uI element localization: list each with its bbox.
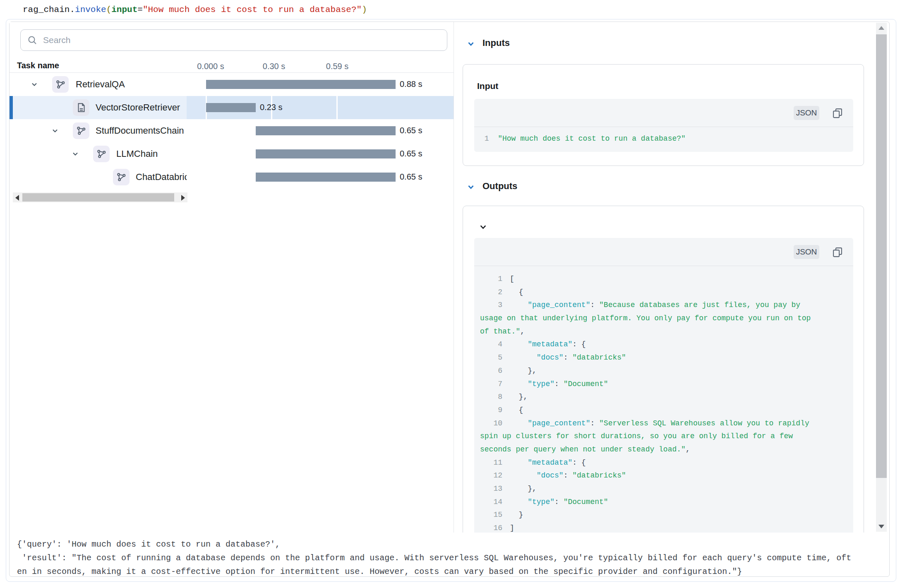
json-line: 4 "metadata": { <box>480 338 847 351</box>
json-line: 7 "type": "Document" <box>480 378 847 391</box>
duration-bar[interactable] <box>256 126 396 135</box>
code-cell-line: rag_chain.invoke(input="How much does it… <box>23 5 367 14</box>
json-line: 16] <box>480 522 847 533</box>
output-collapse-chevron-icon[interactable] <box>480 223 487 230</box>
search-icon <box>27 35 37 45</box>
duration-label: 0.23 s <box>260 103 282 112</box>
duration-bar[interactable] <box>206 103 256 112</box>
scroll-down-arrow-icon[interactable] <box>878 525 884 528</box>
line-number: 1 <box>480 134 489 143</box>
json-line: 3 "page_content": "Because databases are… <box>480 299 847 312</box>
chevron-down-icon[interactable] <box>52 127 58 134</box>
input-json-value: "How much does it cost to run a database… <box>498 134 686 143</box>
copy-icon[interactable] <box>832 107 843 119</box>
duration-bar[interactable] <box>256 173 396 182</box>
result-output-text: {'query': 'How much does it cost to run … <box>17 538 851 578</box>
task-row-chatdatabricks[interactable]: ChatDatabricks 0.65 s <box>10 166 454 189</box>
output-json-lines: 1[2 {3 "page_content": "Because database… <box>480 273 847 533</box>
document-icon <box>73 99 89 116</box>
trace-scroll-area: Task name 0.000 s 0.30 s 0.59 s <box>10 22 889 533</box>
task-label: VectorStoreRetriever <box>96 102 180 113</box>
task-tree-panel: Task name 0.000 s 0.30 s 0.59 s <box>10 22 454 533</box>
task-label: StuffDocumentsChain <box>96 125 184 136</box>
json-line: 8 }, <box>480 391 847 404</box>
json-block-header: JSON <box>474 238 853 266</box>
json-line: spin up clusters for short durations, so… <box>480 430 847 443</box>
json-line: usage on that underlying platform. You o… <box>480 312 847 325</box>
vertical-scrollbar-thumb[interactable] <box>876 34 887 478</box>
input-card: Input JSON 1"How much does it cost to ru… <box>463 64 864 166</box>
json-line: of that.", <box>480 325 847 338</box>
trace-widget: Task name 0.000 s 0.30 s 0.59 s <box>9 22 890 577</box>
inputs-section-title: Inputs <box>482 38 510 48</box>
horizontal-scrollbar[interactable] <box>13 192 187 202</box>
json-format-button[interactable]: JSON <box>794 245 819 259</box>
task-label: RetrievalQA <box>76 79 125 90</box>
input-json-block: JSON 1"How much does it cost to run a da… <box>474 99 853 152</box>
scroll-up-arrow-icon[interactable] <box>878 26 884 30</box>
search-box[interactable] <box>20 29 447 51</box>
task-row-vectorstoreretriever[interactable]: VectorStoreRetriever 0.23 s <box>10 96 454 119</box>
duration-label: 0.88 s <box>400 79 422 89</box>
json-block-header: JSON <box>474 99 853 127</box>
duration-label: 0.65 s <box>400 172 422 182</box>
chain-icon <box>93 146 110 162</box>
duration-bar[interactable] <box>206 80 396 89</box>
time-tick-0: 0.000 s <box>197 62 224 71</box>
chevron-down-icon[interactable] <box>31 81 38 88</box>
time-tick-2: 0.59 s <box>326 62 348 71</box>
duration-bar[interactable] <box>256 149 396 158</box>
chain-icon <box>113 169 130 185</box>
json-line: 5 "docs": "databricks" <box>480 351 847 365</box>
scroll-right-arrow-icon[interactable] <box>181 195 185 201</box>
input-json-line: 1"How much does it cost to run a databas… <box>480 134 686 143</box>
chain-icon <box>73 122 89 139</box>
horizontal-scrollbar-thumb[interactable] <box>22 193 174 202</box>
json-line: 10 "page_content": "Serverless SQL Wareh… <box>480 417 847 430</box>
outputs-section-title: Outputs <box>482 181 517 192</box>
task-row-stuffdocumentschain[interactable]: StuffDocumentsChain 0.65 s <box>10 119 454 142</box>
json-line: 1[ <box>480 273 847 286</box>
chevron-down-icon[interactable] <box>72 151 79 157</box>
json-line: 2 { <box>480 286 847 299</box>
json-line: 9 { <box>480 404 847 417</box>
json-line: seconds per query when not under steady … <box>480 443 847 456</box>
duration-label: 0.65 s <box>400 126 422 135</box>
json-line: 15 } <box>480 509 847 522</box>
output-card: JSON 1[2 {3 "page_content": "Because dat… <box>463 206 864 533</box>
inputs-chevron-down-icon[interactable] <box>467 40 475 48</box>
json-format-button[interactable]: JSON <box>794 106 819 120</box>
output-json-block: JSON 1[2 {3 "page_content": "Because dat… <box>474 238 853 533</box>
json-line: 11 "metadata": { <box>480 456 847 470</box>
input-card-title: Input <box>477 81 498 91</box>
panel-divider <box>454 22 454 533</box>
task-name-column-header: Task name <box>17 61 59 70</box>
json-line: 12 "docs": "databricks" <box>480 469 847 482</box>
chain-icon <box>52 76 69 93</box>
task-row-retrievalqa[interactable]: RetrievalQA 0.88 s <box>10 73 454 96</box>
json-line: 14 "type": "Document" <box>480 496 847 509</box>
time-tick-1: 0.30 s <box>263 62 285 71</box>
search-input[interactable] <box>43 35 440 45</box>
json-line: 6 }, <box>480 365 847 378</box>
vertical-scrollbar[interactable] <box>876 23 887 532</box>
duration-label: 0.65 s <box>400 149 422 158</box>
scroll-left-arrow-icon[interactable] <box>15 195 19 201</box>
task-label: LLMChain <box>116 149 158 159</box>
copy-icon[interactable] <box>832 246 843 258</box>
outputs-chevron-down-icon[interactable] <box>467 183 475 191</box>
json-line: 13 }, <box>480 482 847 496</box>
task-label: ChatDatabricks <box>136 172 187 182</box>
task-row-llmchain[interactable]: LLMChain 0.65 s <box>10 142 454 166</box>
